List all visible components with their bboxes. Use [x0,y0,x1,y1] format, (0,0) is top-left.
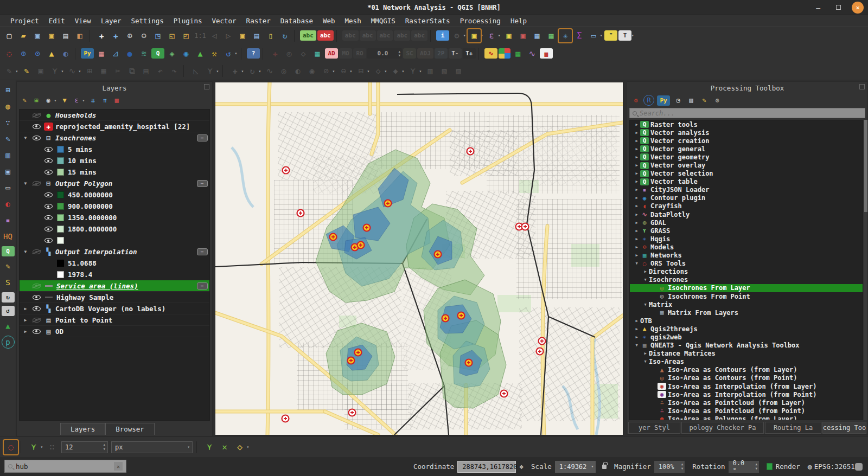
expander-icon[interactable]: ▼ [22,136,29,140]
style-manager-button[interactable]: ◧ [73,29,87,43]
quickosm-button[interactable]: ✎ [2,260,15,273]
add-group-button[interactable]: ⊞ [31,95,42,106]
hqgis-button[interactable]: HQ [2,230,15,243]
quickmapservices-button[interactable]: ◈ [165,47,179,61]
pstimeseries-button[interactable]: p [2,336,15,349]
algorithm-iso-area-as-pointcloud-from-layer-[interactable]: ∴Iso-Area as Pointcloud (from Layer) [630,398,863,407]
fill-ring-button[interactable]: ◉ [305,64,319,78]
algorithm-hqgis[interactable]: ▶✳Hqgis [630,235,863,243]
add-web-layer-button[interactable]: ⊕ [16,47,30,61]
visibility-eye-icon[interactable] [44,170,53,175]
menu-web[interactable]: Web [318,15,340,26]
layer-edit-widget-icon[interactable]: ⋯ [197,282,208,290]
trace-button[interactable]: ◇ [232,440,247,455]
add-record-button[interactable]: ⊞ [82,64,97,78]
menu-help[interactable]: Help [506,15,532,26]
open-project-button[interactable]: ▰ [16,29,30,43]
algorithm-vector-analysis[interactable]: ▶QVector analysis [630,128,863,137]
layer-item-reprojected-amenity-hospital-22-[interactable]: ✚reprojected_amenity_hospital [22] [20,121,209,132]
help-button[interactable]: ? [247,48,260,59]
new-project-button[interactable]: ▢ [2,29,16,43]
visibility-eye-icon[interactable] [33,181,41,186]
layer-item-10-mins[interactable]: 10 mins [20,155,209,166]
current-edits-button[interactable]: ✎ [2,64,16,78]
algorithm-vector-table[interactable]: ▶QVector table [630,178,863,186]
layer-item-900-0000000[interactable]: 900.0000000 [20,201,209,212]
layer-item-1978-4[interactable]: 1978.4 [20,269,209,280]
visibility-eye-icon[interactable] [33,306,41,311]
ors-tools-button[interactable]: ◌ [3,440,18,455]
layer-item-output-interpolation[interactable]: ▼▚Output Interpolation⋯ [20,246,209,258]
layer-item-15-mins[interactable]: 15 mins [20,166,209,178]
algorithm-iso-area-as-contours-from-layer-[interactable]: ▲Iso-Area as Contours (from Layer) [630,366,863,374]
clear-search-icon[interactable]: ✕ [114,462,123,471]
merge-features-button[interactable]: ⋎ [406,64,420,78]
add-wms-layer-button[interactable]: ▭ [2,181,15,194]
add-geopackage-button[interactable]: ✎ [2,132,15,145]
osm-place-search-button[interactable]: ◐ [59,47,73,61]
add-delimited-text-button[interactable]: ∵ [2,116,15,129]
menu-project[interactable]: Project [5,15,44,26]
mode-ro-button[interactable]: RO [353,48,366,59]
filter-by-expression-button-dropdown[interactable]: ▾ [81,98,86,103]
algorithm-crayfish[interactable]: ▶◖Crayfish [630,202,863,210]
expander-icon[interactable]: ▼ [22,249,29,254]
visibility-eye-icon[interactable] [44,158,53,163]
layer-item-51-0688[interactable]: 51.0688 [20,258,209,269]
undo-view-button[interactable]: ↺ [221,47,235,61]
add-table-button[interactable]: ▦ [511,47,525,61]
algorithm-iso-area-as-contours-from-point-[interactable]: ◎Iso-Area as Contours (from Point) [630,374,863,382]
magnifier-spinner[interactable]: 100%▲▼ [654,461,685,473]
visibility-eye-icon[interactable] [33,136,41,140]
dataplotly-button[interactable]: ▦ [94,47,108,61]
expander-icon[interactable]: ▼ [22,181,29,186]
algorithm-vector-selection[interactable]: ▶QVector selection [630,170,863,178]
algorithm-otb[interactable]: ▶OTB [630,317,863,325]
expander-icon[interactable]: ▶ [633,196,640,200]
algorithm-matrix-from-layers[interactable]: ▦Matrix From Layers [630,308,863,317]
sld-styles-button[interactable] [499,48,510,59]
label-rotate-button[interactable]: abc [377,30,393,41]
invert-selection-button[interactable]: ▣ [516,29,530,43]
zoom-next-button[interactable]: ▷ [221,29,235,43]
zoom-in-button[interactable]: ⊕ [123,29,137,43]
show-bookmarks-button[interactable]: ▤ [250,29,264,43]
expand-all-button[interactable]: ⇊ [87,95,98,106]
menu-view[interactable]: View [70,15,96,26]
toggle-editing-button[interactable]: ✎ [20,64,34,78]
algorithm-contour-plugin[interactable]: ▶◉Contour plugin [630,194,863,202]
menu-processing[interactable]: Processing [455,15,506,26]
routing-button[interactable]: ∿ [484,48,497,59]
menu-mmqgis[interactable]: MMQGIS [366,15,400,26]
scrollbar-thumb[interactable] [864,120,867,212]
temporal-controller-button[interactable]: ⊿ [108,47,123,61]
snapping-unit-combobox[interactable]: px▾ [111,441,193,453]
expander-icon[interactable]: ▶ [633,155,640,159]
visibility-eye-icon[interactable] [33,329,41,334]
visibility-eye-icon[interactable] [33,113,41,118]
histogram-button[interactable]: ▅ [540,48,553,59]
expander-icon[interactable]: ▼ [642,359,649,364]
angle-spinner[interactable]: 0.0▲▼ [367,48,402,59]
menu-layer[interactable]: Layer [96,15,126,26]
visibility-eye-icon[interactable] [33,124,41,129]
diagram-button[interactable]: abc [411,30,427,41]
layout-manager-button[interactable]: ▤ [59,29,73,43]
algorithm-cityjson-loader[interactable]: ▶▪CityJSON Loader [630,186,863,194]
save-project-as-button[interactable]: ▣ [44,29,59,43]
algorithm-distance-matrices[interactable]: ▶Distance Matrices [630,350,863,358]
contour-button[interactable]: ◉ [179,47,193,61]
visibility-eye-icon[interactable] [33,318,41,323]
label-pin-button[interactable]: abc [317,30,334,41]
expander-icon[interactable]: ▶ [633,171,640,176]
snapping-tolerance-spinner[interactable]: 12▲▼ [61,441,108,453]
offset-curve-button[interactable]: ⊖ [336,64,350,78]
render-checkbox[interactable] [767,463,773,470]
algorithm-vector-geometry[interactable]: ▶QVector geometry [630,153,863,161]
move-label-button[interactable]: ◎ [282,47,296,61]
redo-button[interactable]: ↷ [167,64,181,78]
remove-layer-button[interactable]: ▦ [111,95,122,106]
algorithm-qgis2web[interactable]: ▶✳qgis2web [630,333,863,341]
expander-icon[interactable]: ▶ [633,319,640,323]
layer-item-cartodb-voyager-no-labels-[interactable]: ▶▚CartoDB Voyager (no labels) [20,303,209,314]
